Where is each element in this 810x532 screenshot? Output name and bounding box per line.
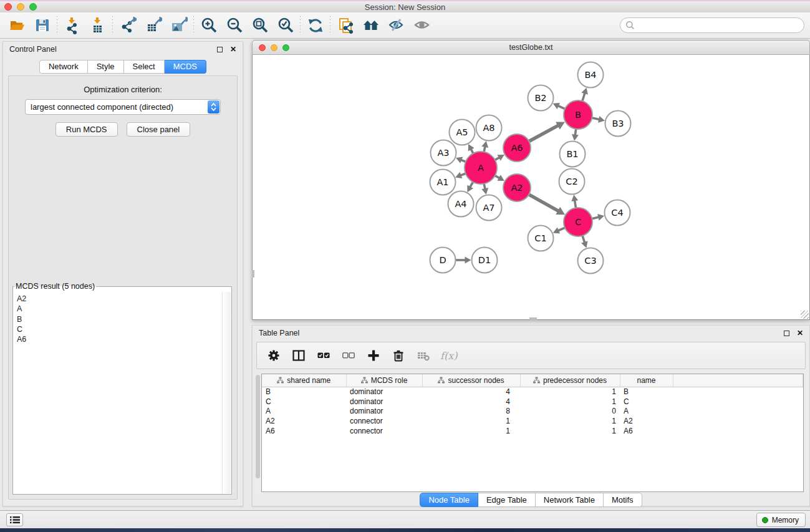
mcds-result-item[interactable]: C [17, 324, 222, 334]
column-header[interactable]: successor nodes [422, 374, 520, 387]
graph-node-B2[interactable]: B2 [528, 85, 554, 111]
column-header[interactable]: shared name [262, 374, 346, 387]
graph-edge-D-D1[interactable] [455, 257, 471, 264]
criterion-select[interactable]: largest connected component (directed) [25, 99, 221, 115]
graph-edge-A2-C[interactable] [528, 194, 565, 215]
graph-node-D1[interactable]: D1 [472, 248, 498, 273]
column-header[interactable]: name [620, 374, 673, 387]
tab-style[interactable]: Style [88, 60, 124, 74]
graph-node-D[interactable]: D [430, 248, 456, 273]
graph-edge-B-B3[interactable] [591, 116, 605, 123]
graph-edge-C-C2[interactable] [571, 195, 578, 209]
run-mcds-button[interactable]: Run MCDS [55, 122, 118, 137]
graph-edge-C-C4[interactable] [591, 214, 604, 221]
tab-select[interactable]: Select [124, 60, 165, 74]
graph-node-A2[interactable]: A2 [503, 174, 531, 201]
mcds-result-item[interactable]: A6 [17, 334, 222, 344]
search-input[interactable] [620, 17, 804, 33]
export-image-button[interactable] [166, 14, 191, 37]
delete-column-button[interactable] [390, 347, 407, 364]
show-eye-button[interactable] [409, 14, 435, 37]
import-table-button[interactable] [85, 14, 110, 37]
graph-node-A1[interactable]: A1 [430, 170, 456, 195]
graph-node-A7[interactable]: A7 [476, 195, 502, 221]
mcds-result-box: MCDS result (5 nodes) A2ABCA6 [12, 282, 232, 495]
column-header[interactable]: MCDS role [346, 374, 422, 387]
open-file-button[interactable] [4, 14, 29, 37]
refresh-view-button[interactable] [302, 14, 328, 37]
graph-node-A3[interactable]: A3 [431, 140, 456, 166]
network-canvas[interactable]: B4B2BB3A5A8A6A3AB1A1C2A2A4A7CC4C1C3DD1 [252, 55, 810, 320]
mcds-result-item[interactable]: B [17, 314, 222, 324]
graph-node-C2[interactable]: C2 [559, 169, 585, 195]
table-row[interactable]: Cdominator41C [262, 397, 803, 407]
canvas-vscroll-nub[interactable] [252, 270, 254, 278]
float-table-panel-icon[interactable] [784, 331, 789, 336]
graph-edge-A-A4[interactable] [467, 181, 473, 192]
mcds-result-item[interactable]: A2 [17, 294, 222, 304]
zoom-fit-button[interactable] [247, 14, 272, 37]
gear-button[interactable] [266, 347, 282, 364]
graph-edge-C-C1[interactable] [553, 227, 566, 233]
network-graph[interactable]: B4B2BB3A5A8A6A3AB1A1C2A2A4A7CC4C1C3DD1 [253, 55, 809, 319]
table-row[interactable]: A6connector11A6 [262, 426, 803, 436]
tab-motifs[interactable]: Motifs [604, 493, 642, 507]
graph-node-B1[interactable]: B1 [560, 142, 586, 167]
tab-edge-table[interactable]: Edge Table [478, 493, 536, 507]
graph-edge-A6-B[interactable] [528, 122, 565, 142]
resize-grip[interactable] [801, 311, 809, 319]
export-network-button[interactable] [115, 14, 140, 37]
home-view-button[interactable] [358, 14, 383, 37]
mcds-result-item[interactable]: A [17, 304, 222, 314]
result-scrollbar[interactable] [222, 292, 231, 493]
table-row[interactable]: A2connector11A2 [262, 416, 803, 426]
close-table-panel-icon[interactable]: ✕ [797, 329, 803, 337]
float-panel-icon[interactable] [217, 47, 223, 52]
table-row[interactable]: Bdominator41B [262, 387, 803, 397]
column-header[interactable]: predecessor nodes [520, 374, 620, 387]
graph-node-C[interactable]: C [564, 208, 592, 236]
graph-node-A4[interactable]: A4 [448, 191, 474, 217]
save-session-button[interactable] [29, 14, 55, 37]
network-window-titlebar[interactable]: testGlobe.txt [252, 40, 810, 55]
tab-network[interactable]: Network [39, 60, 88, 74]
tab-mcds[interactable]: MCDS [165, 60, 206, 74]
add-column-button[interactable] [365, 347, 382, 364]
graph-node-C3[interactable]: C3 [578, 248, 604, 274]
table-row[interactable]: Adominator80A [262, 406, 803, 416]
graph-edge-B-B4[interactable] [581, 88, 587, 102]
tab-node-table[interactable]: Node Table [420, 493, 478, 507]
graph-node-C1[interactable]: C1 [528, 226, 554, 251]
clone-network-button[interactable] [332, 14, 358, 37]
close-panel-button[interactable]: Close panel [127, 122, 191, 137]
graph-edge-C-C3[interactable] [581, 235, 587, 248]
graph-node-A5[interactable]: A5 [450, 120, 475, 145]
home-view-icon [362, 17, 380, 34]
export-table-button[interactable] [140, 14, 166, 37]
canvas-hscroll-nub[interactable] [529, 317, 537, 320]
zoom-in-button[interactable] [196, 14, 221, 37]
task-history-button[interactable] [6, 513, 23, 526]
graph-node-A8[interactable]: A8 [476, 115, 502, 141]
delete-table-button[interactable] [415, 347, 432, 364]
table-scrollbar[interactable] [255, 374, 261, 493]
zoom-out-button[interactable] [221, 14, 247, 37]
select-all-button[interactable] [316, 347, 332, 364]
graph-node-C4[interactable]: C4 [605, 200, 630, 226]
graph-node-B3[interactable]: B3 [605, 111, 631, 137]
columns-button[interactable] [291, 347, 307, 364]
close-panel-icon[interactable]: ✕ [230, 46, 236, 53]
graph-edge-B-B2[interactable] [553, 103, 566, 109]
graph-node-A6[interactable]: A6 [503, 134, 531, 162]
tab-network-table[interactable]: Network Table [536, 493, 604, 507]
memory-button[interactable]: Memory [756, 513, 806, 527]
graph-node-B[interactable]: B [564, 100, 592, 129]
import-network-button[interactable] [59, 14, 85, 37]
graph-node-A[interactable]: A [465, 152, 497, 184]
graph-node-B4[interactable]: B4 [578, 62, 604, 88]
hide-panels-button[interactable] [383, 14, 409, 37]
function-builder-button[interactable]: f(x) [440, 350, 457, 362]
zoom-selected-button[interactable] [272, 14, 298, 37]
table-toolbar: f(x) [256, 342, 806, 369]
deselect-all-button[interactable] [340, 347, 357, 364]
